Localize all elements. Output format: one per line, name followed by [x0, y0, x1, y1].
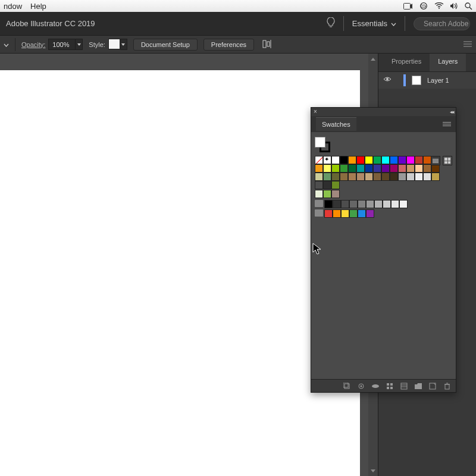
- swatch[interactable]: [323, 156, 331, 164]
- swatch[interactable]: [381, 156, 390, 164]
- swatch[interactable]: [349, 209, 358, 218]
- artboard[interactable]: [0, 70, 360, 476]
- tab-layers[interactable]: Layers: [430, 54, 466, 71]
- swatch[interactable]: [323, 173, 331, 181]
- swatch[interactable]: [340, 173, 348, 181]
- close-icon[interactable]: ×: [314, 109, 317, 115]
- swatch[interactable]: [348, 156, 356, 164]
- swatch[interactable]: [366, 209, 374, 218]
- swatches-titlebar[interactable]: × ◂◂: [311, 108, 456, 116]
- swatch[interactable]: [431, 173, 440, 181]
- folder-icon[interactable]: [315, 200, 323, 207]
- swatch[interactable]: [365, 156, 373, 164]
- align-icon[interactable]: [262, 40, 273, 49]
- trash-icon[interactable]: [443, 382, 451, 390]
- swatch[interactable]: [366, 200, 374, 208]
- visibility-icon[interactable]: [383, 76, 392, 84]
- document-setup-button[interactable]: Document Setup: [133, 39, 198, 51]
- swatch[interactable]: [423, 156, 431, 164]
- fill-swatch[interactable]: [315, 137, 325, 148]
- swatch[interactable]: [358, 200, 366, 208]
- swatch[interactable]: [423, 164, 431, 173]
- swatch[interactable]: [315, 181, 323, 189]
- swatch[interactable]: [373, 164, 381, 173]
- scroll-up-arrow[interactable]: [369, 55, 377, 63]
- swatch-libraries-icon[interactable]: [343, 382, 351, 390]
- swatch[interactable]: [341, 200, 349, 208]
- swatch[interactable]: [391, 200, 399, 208]
- swatch[interactable]: [399, 200, 408, 208]
- swatch[interactable]: [381, 173, 390, 181]
- spotlight-icon[interactable]: [465, 2, 472, 10]
- show-swatch-kinds-icon[interactable]: [357, 382, 365, 390]
- swatch[interactable]: [323, 164, 331, 173]
- swatch[interactable]: [333, 200, 341, 208]
- swatch[interactable]: [324, 209, 333, 218]
- swatch[interactable]: [373, 156, 381, 164]
- swatch[interactable]: [390, 156, 398, 164]
- swatch[interactable]: [383, 200, 391, 208]
- swatch[interactable]: [415, 164, 423, 173]
- layer-row[interactable]: Layer 1: [378, 72, 476, 89]
- swatch[interactable]: [365, 164, 373, 173]
- swatch[interactable]: [348, 164, 356, 173]
- swatch[interactable]: [356, 173, 365, 181]
- swatch[interactable]: [340, 164, 348, 173]
- folder-icon[interactable]: [315, 209, 323, 217]
- swatch[interactable]: [398, 164, 406, 173]
- workspace-selector[interactable]: Essentials: [343, 16, 405, 31]
- swatch[interactable]: [406, 173, 415, 181]
- swatch[interactable]: [356, 164, 365, 173]
- preferences-button[interactable]: Preferences: [203, 39, 254, 51]
- swatch[interactable]: [315, 164, 323, 173]
- scroll-down-arrow[interactable]: [369, 466, 377, 475]
- swatch[interactable]: [390, 164, 398, 173]
- swatch[interactable]: [406, 164, 415, 173]
- swatch[interactable]: [331, 156, 340, 164]
- swatch[interactable]: [315, 173, 323, 181]
- swatch[interactable]: [341, 209, 349, 218]
- opacity-dropdown[interactable]: [76, 39, 83, 50]
- swatch[interactable]: [358, 209, 366, 218]
- panel-toggle-icon[interactable]: [463, 40, 472, 49]
- swatch[interactable]: [331, 164, 340, 173]
- folder-icon[interactable]: [414, 382, 422, 390]
- help-bulb-icon[interactable]: [327, 17, 335, 30]
- creative-cloud-icon[interactable]: [419, 2, 428, 10]
- swatch[interactable]: [356, 156, 365, 164]
- swatch[interactable]: [323, 190, 331, 198]
- menu-help[interactable]: Help: [30, 2, 46, 11]
- swatch[interactable]: [415, 173, 423, 181]
- swatch[interactable]: [406, 156, 415, 164]
- swatch[interactable]: [324, 200, 333, 208]
- tab-properties[interactable]: Properties: [383, 54, 430, 71]
- layer-name[interactable]: Layer 1: [427, 77, 449, 84]
- fill-stroke-indicator[interactable]: [315, 137, 330, 152]
- swatch[interactable]: [398, 156, 406, 164]
- menu-window[interactable]: ndow: [4, 2, 22, 11]
- swatch[interactable]: [333, 209, 341, 218]
- swatch[interactable]: [373, 173, 381, 181]
- swatch[interactable]: [340, 156, 348, 164]
- swatch[interactable]: [331, 181, 340, 189]
- collapse-icon[interactable]: ◂◂: [450, 109, 453, 115]
- opacity-input[interactable]: [48, 39, 76, 50]
- volume-icon[interactable]: [450, 2, 459, 10]
- list-view-button[interactable]: [431, 156, 440, 165]
- swatch[interactable]: [315, 156, 323, 164]
- swatch[interactable]: [365, 173, 373, 181]
- new-swatch-icon[interactable]: [400, 382, 408, 390]
- swatch[interactable]: [431, 164, 440, 173]
- search-input[interactable]: Search Adobe: [414, 17, 470, 30]
- swatch[interactable]: [349, 200, 358, 208]
- screenrecord-icon[interactable]: [403, 3, 413, 10]
- grid-view-button[interactable]: [443, 156, 452, 165]
- swatch[interactable]: [331, 173, 340, 181]
- swatch[interactable]: [323, 181, 331, 189]
- swatch[interactable]: [381, 164, 390, 173]
- wifi-icon[interactable]: [434, 2, 444, 10]
- swatch[interactable]: [348, 173, 356, 181]
- style-swatch[interactable]: [108, 39, 120, 49]
- panel-menu-icon[interactable]: [443, 122, 451, 126]
- style-dropdown[interactable]: [120, 39, 127, 50]
